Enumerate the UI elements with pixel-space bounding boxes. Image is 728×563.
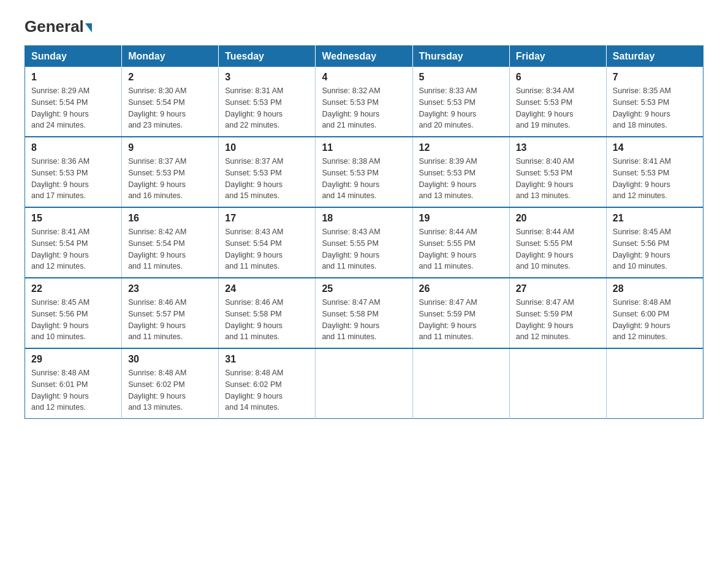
day-info: Sunrise: 8:32 AM Sunset: 5:53 PM Dayligh…: [322, 85, 406, 131]
day-info: Sunrise: 8:35 AM Sunset: 5:53 PM Dayligh…: [613, 85, 697, 131]
day-info: Sunrise: 8:45 AM Sunset: 5:56 PM Dayligh…: [31, 297, 115, 343]
day-number: 15: [31, 213, 115, 224]
day-info: Sunrise: 8:48 AM Sunset: 6:01 PM Dayligh…: [31, 367, 115, 413]
day-info: Sunrise: 8:46 AM Sunset: 5:58 PM Dayligh…: [225, 297, 309, 343]
calendar-cell: 7 Sunrise: 8:35 AM Sunset: 5:53 PM Dayli…: [606, 67, 703, 137]
weekday-header-saturday: Saturday: [606, 46, 703, 67]
day-number: 21: [613, 213, 697, 224]
day-number: 7: [613, 72, 697, 83]
day-number: 16: [128, 213, 212, 224]
calendar-cell: 14 Sunrise: 8:41 AM Sunset: 5:53 PM Dayl…: [606, 137, 703, 207]
day-info: Sunrise: 8:43 AM Sunset: 5:55 PM Dayligh…: [322, 226, 406, 272]
day-info: Sunrise: 8:37 AM Sunset: 5:53 PM Dayligh…: [128, 156, 212, 202]
day-info: Sunrise: 8:48 AM Sunset: 6:02 PM Dayligh…: [128, 367, 212, 413]
day-number: 22: [31, 283, 115, 294]
day-number: 26: [419, 283, 503, 294]
day-number: 9: [128, 142, 212, 153]
calendar-cell: 26 Sunrise: 8:47 AM Sunset: 5:59 PM Dayl…: [412, 278, 509, 348]
calendar-cell: 20 Sunrise: 8:44 AM Sunset: 5:55 PM Dayl…: [509, 207, 606, 278]
calendar-cell: [509, 348, 606, 419]
logo-general: General: [25, 18, 92, 34]
weekday-header-sunday: Sunday: [25, 46, 122, 67]
calendar-cell: 5 Sunrise: 8:33 AM Sunset: 5:53 PM Dayli…: [412, 67, 509, 137]
calendar-cell: 19 Sunrise: 8:44 AM Sunset: 5:55 PM Dayl…: [412, 207, 509, 278]
day-info: Sunrise: 8:44 AM Sunset: 5:55 PM Dayligh…: [516, 226, 600, 272]
day-info: Sunrise: 8:44 AM Sunset: 5:55 PM Dayligh…: [419, 226, 503, 272]
day-number: 6: [516, 72, 600, 83]
day-number: 17: [225, 213, 309, 224]
day-info: Sunrise: 8:46 AM Sunset: 5:57 PM Dayligh…: [128, 297, 212, 343]
day-number: 29: [31, 354, 115, 365]
day-number: 23: [128, 283, 212, 294]
day-number: 3: [225, 72, 309, 83]
calendar-cell: 10 Sunrise: 8:37 AM Sunset: 5:53 PM Dayl…: [219, 137, 316, 207]
day-info: Sunrise: 8:29 AM Sunset: 5:54 PM Dayligh…: [31, 85, 115, 131]
calendar-cell: 28 Sunrise: 8:48 AM Sunset: 6:00 PM Dayl…: [606, 278, 703, 348]
logo: General: [25, 18, 92, 33]
day-number: 31: [225, 354, 309, 365]
day-number: 19: [419, 213, 503, 224]
calendar-cell: 15 Sunrise: 8:41 AM Sunset: 5:54 PM Dayl…: [25, 207, 122, 278]
calendar-cell: 23 Sunrise: 8:46 AM Sunset: 5:57 PM Dayl…: [122, 278, 219, 348]
weekday-header-friday: Friday: [509, 46, 606, 67]
day-info: Sunrise: 8:37 AM Sunset: 5:53 PM Dayligh…: [225, 156, 309, 202]
day-info: Sunrise: 8:47 AM Sunset: 5:59 PM Dayligh…: [419, 297, 503, 343]
day-number: 27: [516, 283, 600, 294]
day-info: Sunrise: 8:36 AM Sunset: 5:53 PM Dayligh…: [31, 156, 115, 202]
calendar-cell: 9 Sunrise: 8:37 AM Sunset: 5:53 PM Dayli…: [122, 137, 219, 207]
calendar-cell: [606, 348, 703, 419]
calendar-cell: 1 Sunrise: 8:29 AM Sunset: 5:54 PM Dayli…: [25, 67, 122, 137]
day-info: Sunrise: 8:30 AM Sunset: 5:54 PM Dayligh…: [128, 85, 212, 131]
calendar-cell: 3 Sunrise: 8:31 AM Sunset: 5:53 PM Dayli…: [219, 67, 316, 137]
calendar-cell: 11 Sunrise: 8:38 AM Sunset: 5:53 PM Dayl…: [316, 137, 412, 207]
day-number: 25: [322, 283, 406, 294]
calendar-cell: 29 Sunrise: 8:48 AM Sunset: 6:01 PM Dayl…: [25, 348, 122, 419]
calendar-cell: 6 Sunrise: 8:34 AM Sunset: 5:53 PM Dayli…: [509, 67, 606, 137]
calendar-cell: 31 Sunrise: 8:48 AM Sunset: 6:02 PM Dayl…: [219, 348, 316, 419]
day-info: Sunrise: 8:43 AM Sunset: 5:54 PM Dayligh…: [225, 226, 309, 272]
day-number: 10: [225, 142, 309, 153]
calendar-cell: 30 Sunrise: 8:48 AM Sunset: 6:02 PM Dayl…: [122, 348, 219, 419]
calendar-cell: 13 Sunrise: 8:40 AM Sunset: 5:53 PM Dayl…: [509, 137, 606, 207]
day-info: Sunrise: 8:45 AM Sunset: 5:56 PM Dayligh…: [613, 226, 697, 272]
day-info: Sunrise: 8:48 AM Sunset: 6:02 PM Dayligh…: [225, 367, 309, 413]
calendar-cell: 21 Sunrise: 8:45 AM Sunset: 5:56 PM Dayl…: [606, 207, 703, 278]
day-info: Sunrise: 8:39 AM Sunset: 5:53 PM Dayligh…: [419, 156, 503, 202]
weekday-header-row: SundayMondayTuesdayWednesdayThursdayFrid…: [25, 46, 703, 67]
calendar-week-2: 8 Sunrise: 8:36 AM Sunset: 5:53 PM Dayli…: [25, 137, 703, 207]
day-number: 11: [322, 142, 406, 153]
calendar-cell: 27 Sunrise: 8:47 AM Sunset: 5:59 PM Dayl…: [509, 278, 606, 348]
day-number: 14: [613, 142, 697, 153]
day-number: 30: [128, 354, 212, 365]
calendar-cell: 22 Sunrise: 8:45 AM Sunset: 5:56 PM Dayl…: [25, 278, 122, 348]
page-header: General: [25, 18, 703, 33]
day-number: 20: [516, 213, 600, 224]
calendar-cell: 16 Sunrise: 8:42 AM Sunset: 5:54 PM Dayl…: [122, 207, 219, 278]
day-info: Sunrise: 8:31 AM Sunset: 5:53 PM Dayligh…: [225, 85, 309, 131]
day-info: Sunrise: 8:34 AM Sunset: 5:53 PM Dayligh…: [516, 85, 600, 131]
calendar-week-4: 22 Sunrise: 8:45 AM Sunset: 5:56 PM Dayl…: [25, 278, 703, 348]
day-info: Sunrise: 8:33 AM Sunset: 5:53 PM Dayligh…: [419, 85, 503, 131]
calendar-cell: 18 Sunrise: 8:43 AM Sunset: 5:55 PM Dayl…: [316, 207, 412, 278]
day-number: 18: [322, 213, 406, 224]
calendar-week-3: 15 Sunrise: 8:41 AM Sunset: 5:54 PM Dayl…: [25, 207, 703, 278]
calendar-cell: 8 Sunrise: 8:36 AM Sunset: 5:53 PM Dayli…: [25, 137, 122, 207]
day-number: 28: [613, 283, 697, 294]
weekday-header-monday: Monday: [122, 46, 219, 67]
calendar-table: SundayMondayTuesdayWednesdayThursdayFrid…: [25, 45, 703, 419]
calendar-cell: 2 Sunrise: 8:30 AM Sunset: 5:54 PM Dayli…: [122, 67, 219, 137]
calendar-cell: [412, 348, 509, 419]
day-number: 8: [31, 142, 115, 153]
day-info: Sunrise: 8:42 AM Sunset: 5:54 PM Dayligh…: [128, 226, 212, 272]
weekday-header-thursday: Thursday: [412, 46, 509, 67]
day-info: Sunrise: 8:48 AM Sunset: 6:00 PM Dayligh…: [613, 297, 697, 343]
day-info: Sunrise: 8:40 AM Sunset: 5:53 PM Dayligh…: [516, 156, 600, 202]
day-number: 12: [419, 142, 503, 153]
day-number: 1: [31, 72, 115, 83]
day-info: Sunrise: 8:41 AM Sunset: 5:54 PM Dayligh…: [31, 226, 115, 272]
calendar-cell: 17 Sunrise: 8:43 AM Sunset: 5:54 PM Dayl…: [219, 207, 316, 278]
calendar-cell: 25 Sunrise: 8:47 AM Sunset: 5:58 PM Dayl…: [316, 278, 412, 348]
calendar-week-5: 29 Sunrise: 8:48 AM Sunset: 6:01 PM Dayl…: [25, 348, 703, 419]
calendar-cell: 12 Sunrise: 8:39 AM Sunset: 5:53 PM Dayl…: [412, 137, 509, 207]
day-info: Sunrise: 8:41 AM Sunset: 5:53 PM Dayligh…: [613, 156, 697, 202]
